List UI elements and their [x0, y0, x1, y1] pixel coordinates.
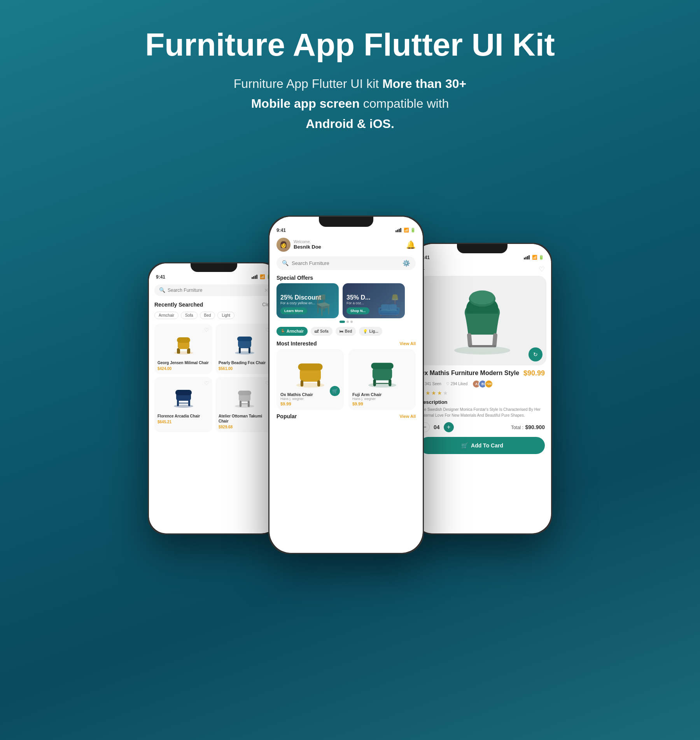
offer-furniture-1: 🪑 [311, 294, 335, 316]
bell-icon[interactable]: 🔔 [406, 240, 416, 249]
center-product-designer-2: Hans j. wegner [352, 397, 412, 401]
filter-icon[interactable]: ⚙️ [402, 260, 410, 267]
product-price-2: $561.00 [219, 366, 270, 371]
armchair-label: Armchair [287, 329, 304, 333]
avatars-row: A B +24 [472, 380, 493, 388]
star-5: ★ [443, 390, 448, 396]
total-label: Total : [511, 425, 523, 430]
cat-bed[interactable]: 🛏 Bed [336, 327, 356, 336]
product-card-4[interactable]: ♡ Atelier Ottoman Takumi Chair $929.68 [215, 377, 273, 432]
svg-point-18 [235, 405, 254, 408]
user-details: Welcome, Besnik Doe [294, 240, 321, 250]
star-3: ★ [431, 390, 436, 396]
offer-card-1[interactable]: 🪑 25% Discount For a cozy yellow en... L… [276, 283, 339, 318]
ar-button[interactable]: ↻ [528, 347, 542, 361]
product-price-3: $645.21 [158, 420, 209, 424]
bed-label: Bed [345, 329, 352, 333]
product-img-2 [219, 327, 270, 358]
center-phone: 9:41 📶 🔋 👩 Welcome, [268, 216, 424, 554]
svg-point-7 [235, 351, 254, 354]
tag-armchair[interactable]: Armchair [154, 312, 178, 319]
left-products-grid: ♡ Georg Jensen Milimal Chair [149, 321, 279, 435]
center-search-input[interactable] [292, 260, 402, 266]
left-time: 9:41 [156, 274, 165, 280]
light-label: Lig... [369, 329, 378, 333]
description-text: The Swedish Designer Monica Forstar's St… [420, 407, 545, 418]
page-subtitle: Furniture App Flutter UI kit More than 3… [78, 74, 622, 134]
product-price-4: $929.68 [219, 425, 270, 429]
cat-armchair[interactable]: 🪑 Armchair [276, 327, 308, 336]
product-img-4 [219, 380, 270, 411]
tag-bed[interactable]: Bed [200, 312, 215, 319]
heart-icon-3[interactable]: ♡ [204, 380, 209, 386]
product-card-1[interactable]: ♡ Georg Jensen Milimal Chair [154, 324, 212, 374]
svg-point-40 [470, 290, 495, 304]
page-title: Furniture App Flutter UI Kit [78, 27, 622, 62]
center-products-row: 🛒 Ox Mathis Chair Hans j. wegner $9.99 [270, 349, 423, 410]
center-product-img-2 [352, 353, 412, 390]
product-card-2[interactable]: ♡ Pearly Beading Fox Chair $561.00 [215, 324, 273, 374]
center-search-bar[interactable]: 🔍 ⚙️ [276, 256, 416, 270]
svg-rect-2 [177, 337, 190, 343]
carousel-dots [270, 318, 423, 325]
description-title: Description [420, 399, 545, 405]
tag-sofa[interactable]: Sofa [181, 312, 198, 319]
add-to-cart-button[interactable]: 🛒 Add To Card [420, 437, 545, 454]
svg-point-0 [174, 351, 193, 354]
favorite-button[interactable]: ♡ [539, 265, 545, 274]
star-2: ★ [425, 390, 430, 396]
cat-sofa[interactable]: 🛋 Sofa [311, 327, 332, 336]
quantity-increase[interactable]: + [444, 422, 454, 432]
product-name-4: Atelier Ottoman Takumi Chair [219, 414, 270, 424]
user-info: 👩 Welcome, Besnik Doe [276, 238, 321, 252]
center-phone-screen: 9:41 📶 🔋 👩 Welcome, [270, 217, 423, 553]
liked-count: ♡ 294 Liked [446, 382, 467, 386]
center-product-img-1 [280, 353, 340, 390]
stars-row: ★ ★ ★ ★ ★ [420, 390, 545, 396]
center-status-icons: 📶 🔋 [396, 228, 416, 233]
user-avatar: 👩 [276, 238, 290, 252]
center-product-2[interactable]: Fuji Arm Chair Hans j. wegner $9.99 [348, 349, 416, 410]
bed-icon: 🛏 [340, 329, 343, 333]
left-search-input[interactable] [168, 288, 264, 293]
learn-more-btn[interactable]: Learn More [280, 307, 307, 314]
product-card-3[interactable]: ♡ Florence Arcadia Chair $645.21 [154, 377, 212, 432]
recently-searched-header: Recently Searched Clear [149, 299, 279, 310]
left-search-bar[interactable]: 🔍 ✕ [154, 284, 273, 296]
center-product-price-1: $9.99 [280, 402, 340, 406]
quantity-value: 04 [434, 424, 440, 430]
center-time: 9:41 [276, 228, 286, 233]
detail-top-bar: ← ♡ [413, 262, 551, 276]
svg-rect-20 [238, 391, 251, 395]
product-name-1: Georg Jensen Milimal Chair [158, 360, 209, 365]
product-name-2: Pearly Beading Fox Chair [219, 360, 270, 365]
heart-icon-1[interactable]: ♡ [204, 327, 209, 333]
dot-2 [346, 321, 349, 323]
svg-rect-26 [298, 363, 322, 370]
cat-light[interactable]: 💡 Lig... [359, 327, 382, 336]
svg-rect-11 [248, 347, 250, 353]
view-all-btn[interactable]: View All [399, 341, 416, 346]
most-interested-title: Most Interested [276, 340, 317, 347]
subtitle-part3: compatible with [360, 96, 449, 110]
tag-light[interactable]: Light [217, 312, 234, 319]
more-count: +24 [485, 380, 493, 388]
cart-btn-1[interactable]: 🛒 [330, 386, 340, 396]
center-product-1[interactable]: 🛒 Ox Mathis Chair Hans j. wegner $9.99 [276, 349, 344, 410]
most-interested-header: Most Interested View All [270, 337, 423, 349]
center-product-price-2: $9.99 [352, 402, 412, 406]
total-section: Total : $90.900 [511, 424, 545, 431]
popular-view-all[interactable]: View All [399, 414, 416, 419]
product-img-3 [158, 380, 209, 411]
offer-furniture-2: 🛋️ [377, 294, 401, 316]
left-search-icon: 🔍 [159, 287, 165, 293]
svg-point-24 [296, 383, 324, 388]
light-icon: 💡 [363, 329, 368, 333]
svg-rect-38 [469, 345, 496, 347]
dot-1 [340, 321, 345, 323]
cart-icon: 🛒 [461, 442, 468, 449]
offer-card-2[interactable]: 🛋️ 35% D... For a coz... Shop N... [343, 283, 405, 318]
svg-rect-9 [237, 337, 252, 341]
right-notch [457, 244, 508, 253]
shop-now-btn[interactable]: Shop N... [346, 307, 369, 314]
